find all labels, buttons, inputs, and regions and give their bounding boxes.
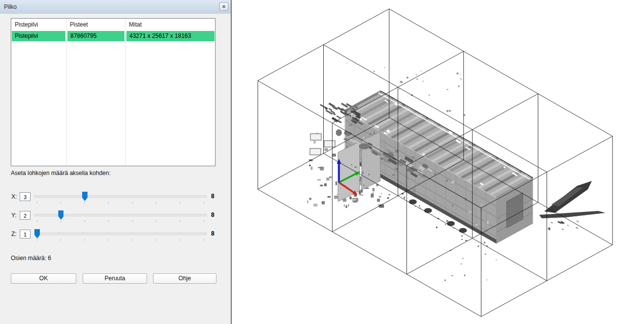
slider-row-x: X: 3 8 (0, 192, 231, 204)
ok-button[interactable]: OK (11, 273, 76, 284)
z-slider-track[interactable] (34, 229, 207, 241)
table-row[interactable]: Pistepilvi 87860795 43271 x 25617 x 1816… (12, 31, 215, 41)
close-icon: ✕ (222, 4, 226, 9)
point-cloud (307, 63, 606, 281)
z-max-label: 8 (211, 230, 215, 237)
close-button[interactable]: ✕ (219, 2, 228, 11)
y-slider-track[interactable] (34, 210, 207, 222)
slider-row-z: Z: 1 8 (0, 229, 231, 241)
y-slider-ticks (34, 210, 207, 222)
pilko-dialog: Pilko ✕ Pistepilvi Pisteet Mitat Pistepi… (0, 0, 232, 324)
slider-row-y: Y: 2 8 (0, 210, 231, 222)
x-value-box[interactable]: 3 (20, 192, 31, 201)
x-slider-ticks (34, 192, 207, 204)
y-value-box[interactable]: 2 (20, 211, 31, 220)
y-axis-label: Y: (11, 212, 17, 219)
pointcloud-table[interactable]: Pistepilvi Pisteet Mitat Pistepilvi 8786… (11, 18, 215, 166)
cancel-button[interactable]: Peruuta (83, 273, 147, 284)
help-button[interactable]: Ohje (153, 273, 216, 284)
cell-points: 87860795 (67, 31, 125, 41)
cell-name: Pistepilvi (12, 31, 66, 41)
z-slider-ticks (34, 229, 207, 241)
column-header-mitat[interactable]: Mitat (125, 19, 142, 31)
z-axis-label: Z: (11, 231, 17, 237)
z-value-box[interactable]: 1 (20, 230, 31, 238)
viewer-canvas[interactable] (233, 0, 644, 324)
sliders-section-label: Aseta lohkojen määrä akselia kohden: (11, 170, 111, 177)
column-header-pistepilvi[interactable]: Pistepilvi (11, 19, 38, 31)
parts-count-label: Osien määrä: 6 (11, 255, 51, 262)
x-max-label: 8 (211, 193, 215, 200)
column-header-pisteet[interactable]: Pisteet (66, 19, 88, 31)
x-slider-track[interactable] (34, 192, 207, 204)
y-max-label: 8 (211, 211, 215, 218)
cell-dimensions: 43271 x 25617 x 18163 (126, 31, 215, 41)
dialog-title: Pilko (4, 3, 17, 10)
x-axis-label: X: (11, 193, 17, 200)
dialog-titlebar: Pilko ✕ (0, 0, 231, 14)
